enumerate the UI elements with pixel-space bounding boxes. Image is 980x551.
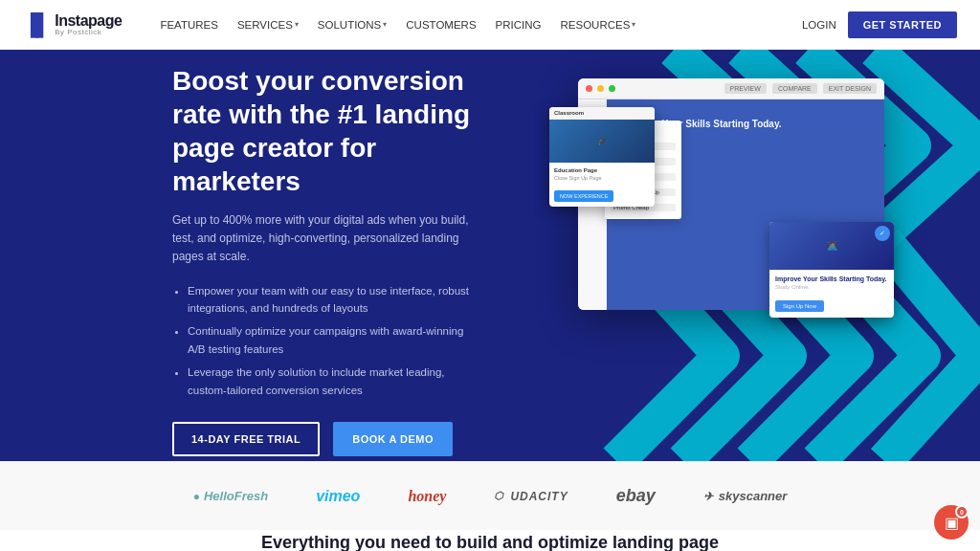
- preview-btn[interactable]: PREVIEW: [724, 83, 767, 94]
- hero-bullet-2: Continually optimize your campaigns with…: [188, 322, 475, 358]
- classroom-image: 🎓: [549, 120, 655, 163]
- chevron-down-icon: ▾: [632, 20, 635, 29]
- classroom-header: Classroom: [549, 107, 655, 120]
- logo-icon: ▐▌: [23, 12, 49, 37]
- logo-vimeo: vimeo: [316, 488, 360, 505]
- classroom-page-sub: Close Sign Up Page: [554, 175, 650, 181]
- nav-features[interactable]: FEATURES: [152, 13, 226, 36]
- bottom-section: Everything you need to build and optimiz…: [0, 530, 980, 551]
- dot-yellow: [597, 85, 604, 92]
- hero-bullet-1: Empower your team with our easy to use i…: [188, 282, 475, 318]
- classroom-body: Education Page Close Sign Up Page NOW EX…: [549, 163, 655, 207]
- hero-section: Boost your conversion rate with the #1 l…: [0, 50, 980, 461]
- nav-pricing[interactable]: PRICING: [488, 13, 549, 36]
- hero-title: Boost your conversion rate with the #1 l…: [172, 64, 479, 198]
- dot-red: [586, 85, 592, 92]
- navbar: ▐▌ Instapage By Postclick FEATURES SERVI…: [0, 0, 980, 50]
- chat-button[interactable]: ▣ 0: [934, 505, 969, 540]
- nav-solutions[interactable]: SOLUTIONS ▾: [310, 13, 394, 36]
- skills-card-body: Improve Your Skills Starting Today. Stud…: [769, 270, 894, 318]
- logo-udacity: ⬡ UDACITY: [494, 490, 568, 503]
- mockup-topbar: PREVIEW COMPARE EXIT DESIGN: [578, 78, 884, 99]
- chat-badge: 0: [955, 505, 969, 518]
- logos-bar: ● HelloFresh vimeo honey ⬡ UDACITY ebay …: [0, 461, 980, 530]
- free-trial-button[interactable]: 14-DAY FREE TRIAL: [172, 422, 320, 456]
- get-started-button[interactable]: GET STARTED: [848, 11, 957, 38]
- classroom-title: Classroom: [554, 110, 584, 116]
- logo-sub: By Postclick: [55, 29, 122, 36]
- skills-card-cta-label: Study Online.: [775, 284, 888, 290]
- nav-services[interactable]: SERVICES ▾: [230, 13, 306, 36]
- bottom-title: Everything you need to build and optimiz…: [261, 533, 719, 552]
- logo-honey: honey: [408, 488, 446, 505]
- nav-customers[interactable]: CUSTOMERS: [398, 13, 483, 36]
- hero-subtitle: Get up to 400% more with your digital ad…: [172, 211, 479, 267]
- logo-name: Instapage: [55, 13, 122, 29]
- card-status-icon: ✓: [875, 226, 890, 241]
- classroom-window: Classroom 🎓 Education Page Close Sign Up…: [549, 107, 655, 207]
- hero-buttons: 14-DAY FREE TRIAL BOOK A DEMO: [172, 422, 479, 456]
- hero-bullet-3: Leverage the only solution to include ma…: [188, 364, 475, 399]
- hero-bullets: Empower your team with our easy to use i…: [172, 282, 479, 399]
- classroom-cta-button[interactable]: NOW EXPERIENCE: [554, 190, 613, 202]
- logo-hellofresh: ● HelloFresh: [193, 489, 268, 503]
- skills-card-title: Improve Your Skills Starting Today.: [775, 276, 888, 282]
- chevron-down-icon: ▾: [295, 20, 299, 29]
- classroom-page-label: Education Page: [554, 167, 650, 173]
- skills-card-button[interactable]: Sign Up Now: [775, 300, 824, 312]
- hero-mockup: PREVIEW COMPARE EXIT DESIGN Improve Your…: [540, 69, 923, 432]
- logo[interactable]: ▐▌ Instapage By Postclick: [23, 12, 122, 37]
- nav-resources[interactable]: RESOURCES ▾: [553, 13, 644, 36]
- hero-content: Boost your conversion rate with the #1 l…: [0, 55, 479, 456]
- skills-card-image: 👩‍💻 ✓: [769, 222, 894, 270]
- nav-actions: LOGIN GET STARTED: [802, 11, 957, 38]
- nav-links: FEATURES SERVICES ▾ SOLUTIONS ▾ CUSTOMER…: [152, 13, 802, 36]
- topbar-buttons: PREVIEW COMPARE EXIT DESIGN: [724, 83, 877, 94]
- skills-card: 👩‍💻 ✓ Improve Your Skills Starting Today…: [769, 222, 894, 318]
- chevron-down-icon: ▾: [383, 20, 387, 29]
- dot-green: [609, 85, 615, 92]
- compare-btn[interactable]: COMPARE: [772, 83, 817, 94]
- logo-ebay: ebay: [616, 486, 656, 506]
- exit-design-btn[interactable]: EXIT DESIGN: [823, 83, 877, 94]
- login-link[interactable]: LOGIN: [802, 19, 836, 31]
- logo-skyscanner: ✈ skyscanner: [703, 489, 788, 503]
- book-demo-button[interactable]: BOOK A DEMO: [333, 422, 453, 456]
